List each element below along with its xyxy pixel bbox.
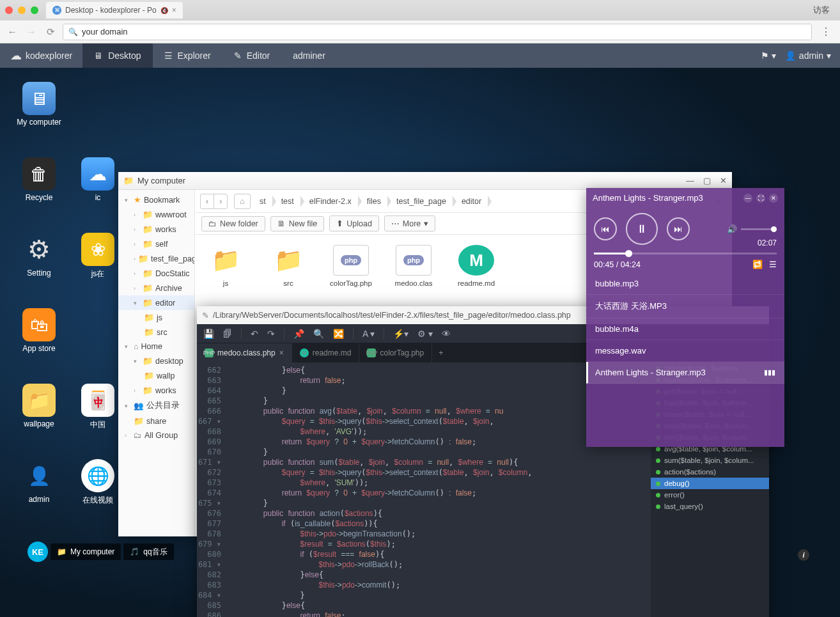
taskbar-item[interactable]: 🎵qq音乐	[123, 543, 173, 560]
file-item[interactable]: Mreadme.md	[453, 245, 499, 287]
language-icon[interactable]: ⚑ ▾	[761, 51, 776, 61]
icon-china[interactable]: 🀄中国	[73, 384, 123, 430]
info-icon[interactable]: i	[798, 549, 809, 561]
tab-mute-icon[interactable]: 🔇	[160, 7, 168, 14]
upload-button[interactable]: ⬆Upload	[329, 215, 379, 231]
brand[interactable]: ☁ kodexplorer	[0, 49, 82, 63]
undo-icon[interactable]: ↶	[251, 329, 258, 339]
sidebar-allgroup[interactable]: ›🗂All Group	[118, 428, 194, 442]
outline-item[interactable]: last_query()	[651, 501, 769, 512]
file-item[interactable]: phpmedoo.clas	[391, 245, 437, 287]
volume-control[interactable]: 🔊	[727, 224, 777, 234]
prev-button[interactable]: ⏮	[594, 217, 617, 240]
sidebar-item[interactable]: ›📁Archive	[118, 281, 194, 295]
taskbar-item[interactable]: 📁My computer	[51, 543, 121, 560]
playlist-item[interactable]: Anthem Lights - Stranger.mp3▮▮▮	[586, 362, 784, 384]
seek-bar[interactable]: 02:07	[586, 250, 784, 256]
close-icon[interactable]: ✕	[720, 176, 727, 185]
window-controls[interactable]	[5, 6, 38, 14]
save-icon[interactable]: 💾	[203, 329, 214, 339]
search-icon[interactable]: 🔍	[313, 329, 324, 339]
tab-editor[interactable]: ✎ Editor	[222, 43, 282, 68]
new-folder-button[interactable]: 🗀New folder	[201, 216, 265, 231]
wand-icon[interactable]: ⚡▾	[393, 329, 408, 339]
crumb[interactable]: test_file_page	[390, 194, 453, 208]
nav-back-forward[interactable]: ‹›	[200, 194, 228, 209]
play-pause-button[interactable]: ⏸	[626, 213, 658, 245]
playlist-item[interactable]: message.wav	[586, 340, 784, 362]
outline-item[interactable]: action($actions)	[651, 466, 769, 478]
editor-tab[interactable]: PHPcolorTag.php	[359, 343, 432, 363]
icon-my-computer[interactable]: 🖥My computer	[14, 82, 64, 127]
eye-icon[interactable]: 👁	[442, 329, 451, 339]
sidebar-item-editor[interactable]: ▾📁editor	[118, 295, 194, 310]
desktop-area[interactable]: 🖥My computer 🗑Recycle ⚙Setting 🛍App stor…	[0, 68, 840, 617]
sidebar-item[interactable]: ›📁test_file_page	[118, 251, 194, 266]
editor-tab[interactable]: Mreadme.md	[292, 343, 360, 363]
sidebar-item[interactable]: 📁src	[118, 325, 194, 340]
window-titlebar[interactable]: 📁 My computer — ▢ ✕	[118, 172, 732, 190]
gear-icon[interactable]: ⚙ ▾	[417, 329, 433, 339]
icon-setting[interactable]: ⚙Setting	[14, 233, 64, 277]
minimize-icon[interactable]: —	[686, 176, 694, 185]
close-icon[interactable]: ✕	[769, 194, 778, 203]
minimize-window-icon[interactable]	[18, 6, 26, 14]
sidebar-item[interactable]: ›📁wwwroot	[118, 207, 194, 222]
sidebar-item[interactable]: ›📁self	[118, 237, 194, 251]
icon-chrome[interactable]: 🌐在线视频	[73, 459, 123, 506]
icon-admin[interactable]: 👤admin	[14, 459, 64, 504]
sidebar-bookmark[interactable]: ▾★Bookmark	[118, 192, 194, 207]
editor-tab[interactable]: PHPmedoo.class.php×	[197, 343, 292, 363]
font-icon[interactable]: A ▾	[362, 329, 375, 339]
tab-explorer[interactable]: ☰ Explorer	[153, 43, 222, 68]
crumb[interactable]: files	[361, 194, 387, 208]
browser-menu-icon[interactable]: ⋮	[817, 26, 835, 38]
repeat-icon[interactable]: 🔁	[752, 260, 763, 269]
player-titlebar[interactable]: Anthem Lights - Stranger.mp3 — ⛶ ✕	[586, 188, 784, 208]
playlist-item[interactable]: 大话西游 天浴.MP3	[586, 295, 784, 318]
new-tab-button[interactable]: +	[432, 348, 449, 357]
tab-adminer[interactable]: adminer	[281, 43, 337, 68]
playlist-item[interactable]: bubble.mp3	[586, 273, 784, 295]
icon-wallpage[interactable]: 📁wallpage	[14, 384, 64, 428]
user-menu[interactable]: 👤 admin ▾	[785, 51, 831, 61]
minimize-icon[interactable]: —	[743, 194, 752, 203]
sidebar-home[interactable]: ▾⌂Home	[118, 340, 194, 354]
sidebar-item[interactable]: 📁wallp	[118, 368, 194, 383]
file-sidebar[interactable]: ▾★Bookmark ›📁wwwroot ›📁works ›📁self ›📁te…	[118, 190, 195, 536]
sidebar-item[interactable]: ›📁works	[118, 222, 194, 237]
sidebar-item[interactable]: 📁share	[118, 414, 194, 428]
close-window-icon[interactable]	[5, 6, 13, 14]
maximize-icon[interactable]: ▢	[703, 176, 711, 185]
new-file-button[interactable]: 🗎New file	[270, 216, 324, 231]
expand-icon[interactable]: ⛶	[756, 194, 765, 203]
maximize-window-icon[interactable]	[31, 6, 38, 14]
icon-cloud[interactable]: ☁ic	[73, 157, 123, 202]
close-icon[interactable]: ×	[279, 348, 284, 357]
file-item[interactable]: 📁src	[265, 245, 311, 287]
playlist-item[interactable]: bubble.m4a	[586, 318, 784, 340]
outline-item[interactable]: debug()	[651, 478, 769, 489]
save-all-icon[interactable]: 🗐	[223, 329, 232, 339]
pin-icon[interactable]: 📌	[293, 329, 304, 339]
sidebar-public[interactable]: ▾👥公共目录	[118, 398, 194, 414]
sidebar-item[interactable]: ▾📁desktop	[118, 354, 194, 368]
shuffle-icon[interactable]: 🔀	[333, 329, 344, 339]
reload-icon[interactable]: ⟳	[43, 25, 58, 39]
crumb[interactable]: st	[253, 194, 272, 208]
crumb[interactable]: editor	[455, 194, 488, 208]
outline-item[interactable]: error()	[651, 489, 769, 501]
tab-desktop[interactable]: 🖥 Desktop	[82, 43, 152, 68]
home-icon[interactable]: ⌂	[234, 194, 251, 209]
icon-js[interactable]: ❀js在	[73, 233, 123, 279]
back-icon[interactable]: ←	[5, 25, 19, 39]
file-item[interactable]: phpcolorTag.php	[328, 245, 374, 287]
crumb[interactable]: elFinder-2.x	[303, 194, 358, 208]
browser-tab[interactable]: ⌘ Desktop - kodexplorer - Po 🔇 ×	[46, 2, 183, 19]
playlist-icon[interactable]: ☰	[769, 260, 777, 269]
redo-icon[interactable]: ↷	[267, 329, 275, 339]
playlist[interactable]: bubble.mp3大话西游 天浴.MP3bubble.m4amessage.w…	[586, 273, 784, 447]
forward-icon[interactable]: →	[24, 25, 38, 39]
icon-app-store[interactable]: 🛍App store	[14, 308, 64, 353]
sidebar-item[interactable]: 📁js	[118, 310, 194, 325]
